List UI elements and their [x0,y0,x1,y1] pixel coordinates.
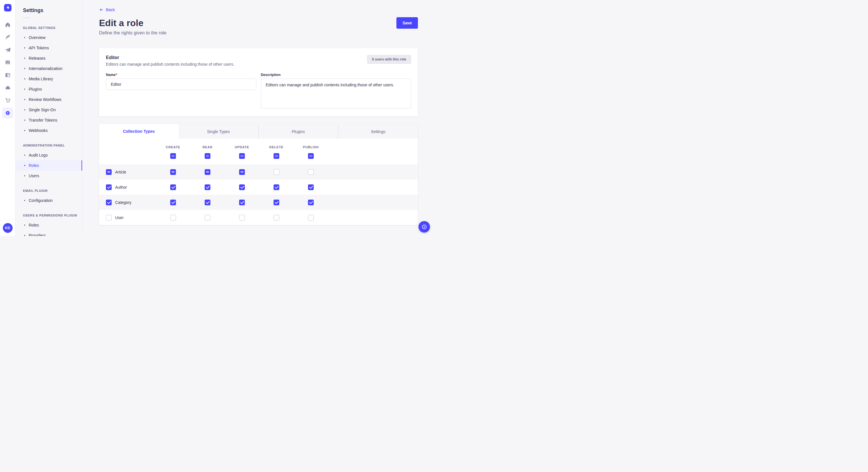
subnav-item-providers[interactable]: Providers [16,230,82,236]
subnav-item-releases[interactable]: Releases [16,53,82,63]
bullet-icon [24,37,25,38]
subnav-item-transfer-tokens[interactable]: Transfer Tokens [16,115,82,125]
help-button[interactable]: ? [418,221,430,233]
row-checkbox-user[interactable] [106,215,112,221]
svg-text:?: ? [423,225,425,229]
gear-icon [2,107,13,119]
nav-releases[interactable] [0,43,16,56]
subnav-item-configuration[interactable]: Configuration [16,195,82,206]
bullet-icon [24,120,25,121]
nav-marketplace[interactable] [0,94,16,107]
category-publish-checkbox[interactable] [308,200,314,205]
bullet-icon [24,68,25,69]
permissions-header-row: CREATE READ UPDATE DELETE [99,138,418,164]
description-field-label: Description [261,73,281,77]
nav-media-library[interactable] [0,56,16,69]
row-checkbox-article[interactable] [106,169,112,175]
section-label-global-settings: GLOBAL SETTINGS [16,26,82,30]
bullet-icon [24,155,25,156]
main-content: Back Edit a role Save Define the rights … [82,0,434,236]
bullet-icon [24,200,25,201]
tab-settings[interactable]: Settings [338,125,418,138]
bullet-icon [24,235,25,236]
subnav-item-api-tokens[interactable]: API Tokens [16,43,82,53]
tab-single-types[interactable]: Single Types [179,125,258,138]
user-avatar[interactable]: KD [3,223,12,233]
category-read-checkbox[interactable] [205,200,210,205]
select-all-delete-checkbox[interactable] [274,153,279,159]
row-checkbox-author[interactable] [106,184,112,190]
article-publish-checkbox[interactable] [308,169,314,175]
subnav-item-roles-admin[interactable]: Roles [16,160,82,171]
column-header-delete: DELETE [269,145,283,149]
row-checkbox-category[interactable] [106,200,112,205]
nav-content-manager[interactable] [0,69,16,81]
role-description-textarea[interactable]: Editors can manage and publish contents … [261,78,411,108]
bullet-icon [24,225,25,226]
section-label-email-plugin: EMAIL PLUGIN [16,189,82,193]
user-publish-checkbox[interactable] [308,215,314,221]
bullet-icon [24,78,25,79]
subnav-item-webhooks[interactable]: Webhooks [16,125,82,136]
author-publish-checkbox[interactable] [308,184,314,190]
bullet-icon [24,99,25,100]
category-create-checkbox[interactable] [170,200,176,205]
article-update-checkbox[interactable] [239,169,245,175]
nav-home[interactable] [0,19,16,31]
author-create-checkbox[interactable] [170,184,176,190]
user-read-checkbox[interactable] [205,215,210,221]
article-delete-checkbox[interactable] [274,169,279,175]
subnav-item-media-library[interactable]: Media Library [16,74,82,84]
subnav-item-roles-up[interactable]: Roles [16,220,82,230]
select-all-publish-checkbox[interactable] [308,153,314,159]
article-read-checkbox[interactable] [205,169,210,175]
article-create-checkbox[interactable] [170,169,176,175]
tab-label: Collection Types [123,129,155,134]
save-button[interactable]: Save [396,17,418,29]
row-label-article: Article [115,170,126,174]
select-all-create-checkbox[interactable] [170,153,176,159]
user-delete-checkbox[interactable] [274,215,279,221]
back-link[interactable]: Back [99,7,115,12]
category-update-checkbox[interactable] [239,200,245,205]
tab-collection-types[interactable]: Collection Types [99,124,179,138]
tab-label: Single Types [207,129,230,134]
subnav-item-single-sign-on[interactable]: Single Sign-On [16,105,82,115]
role-name-input[interactable] [106,78,256,90]
row-label-category: Category [115,200,131,205]
author-update-checkbox[interactable] [239,184,245,190]
subnav-item-audit-logs[interactable]: Audit Logs [16,150,82,160]
nav-settings[interactable] [0,107,16,119]
subnav-title: Settings [16,0,82,13]
subnav-item-review-workflows[interactable]: Review Workflows [16,94,82,105]
role-description-text: Editors can manage and publish contents … [106,62,235,67]
author-read-checkbox[interactable] [205,184,210,190]
subnav-item-overview[interactable]: Overview [16,32,82,43]
cart-icon [2,95,13,106]
back-label: Back [106,7,115,12]
permissions-rows: Article Author [99,164,418,225]
user-update-checkbox[interactable] [239,215,245,221]
tab-plugins[interactable]: Plugins [258,125,338,138]
column-header-create: CREATE [166,145,180,149]
cloud-icon [2,82,13,93]
strapi-logo[interactable] [0,0,16,15]
subnav-item-users[interactable]: Users [16,171,82,181]
permissions-card: Collection Types Single Types Plugins Se… [99,124,418,225]
users-count-badge[interactable]: 0 users with this role [367,55,411,64]
question-mark-icon: ? [421,224,427,230]
permission-row-user: User [99,210,418,225]
permission-row-author: Author [99,179,418,195]
select-all-read-checkbox[interactable] [205,153,210,159]
nav-cloud[interactable] [0,81,16,94]
select-all-update-checkbox[interactable] [239,153,245,159]
category-delete-checkbox[interactable] [274,200,279,205]
user-create-checkbox[interactable] [170,215,176,221]
author-delete-checkbox[interactable] [274,184,279,190]
subnav-item-plugins[interactable]: Plugins [16,84,82,94]
bullet-icon [24,165,25,166]
permissions-tabs: Collection Types Single Types Plugins Se… [99,124,418,138]
subnav-item-internationalization[interactable]: Internationalization [16,63,82,74]
paper-plane-icon [2,44,13,55]
nav-content-type-builder[interactable] [0,31,16,43]
